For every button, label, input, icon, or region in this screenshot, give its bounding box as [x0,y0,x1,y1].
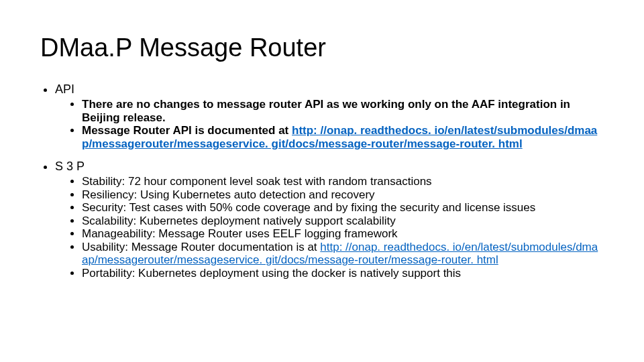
s3p-sublist: Stability: 72 hour component level soak … [55,175,604,280]
list-item: Portability: Kubernetes deployment using… [82,267,604,280]
item-text: Scalability: Kubernetes deployment nativ… [82,215,396,227]
item-text: Portability: Kubernetes deployment using… [82,267,461,280]
item-text: Message Router API is documented at [82,124,292,137]
list-item: Resiliency: Using Kubernetes auto detect… [82,188,604,202]
list-item: Usability: Message Router documentation … [82,241,604,267]
api-sublist: There are no changes to message router A… [55,98,604,150]
page-title: DMaa.P Message Router [40,34,604,62]
section-label: API [55,82,74,96]
list-item: Stability: 72 hour component level soak … [82,175,604,188]
item-text: Security: Test cases with 50% code cover… [82,201,535,214]
item-text: Usability: Message Router documentation … [82,241,320,253]
section-label: S 3 P [55,160,85,173]
item-text: Manageability: Message Router uses EELF … [82,227,398,240]
top-list: API There are no changes to message rout… [40,82,604,280]
list-item: There are no changes to message router A… [82,98,604,124]
list-item: Scalability: Kubernetes deployment nativ… [82,215,604,228]
list-item: Message Router API is documented at http… [82,124,604,150]
list-item: Manageability: Message Router uses EELF … [82,227,604,241]
list-item: Security: Test cases with 50% code cover… [82,201,604,215]
slide: DMaa.P Message Router API There are no c… [0,0,644,362]
item-text: Resiliency: Using Kubernetes auto detect… [82,188,375,201]
item-text: Stability: 72 hour component level soak … [82,175,432,188]
item-text: There are no changes to message router A… [82,98,570,124]
section-api: API There are no changes to message rout… [55,82,604,150]
section-s3p: S 3 P Stability: 72 hour component level… [55,160,604,280]
